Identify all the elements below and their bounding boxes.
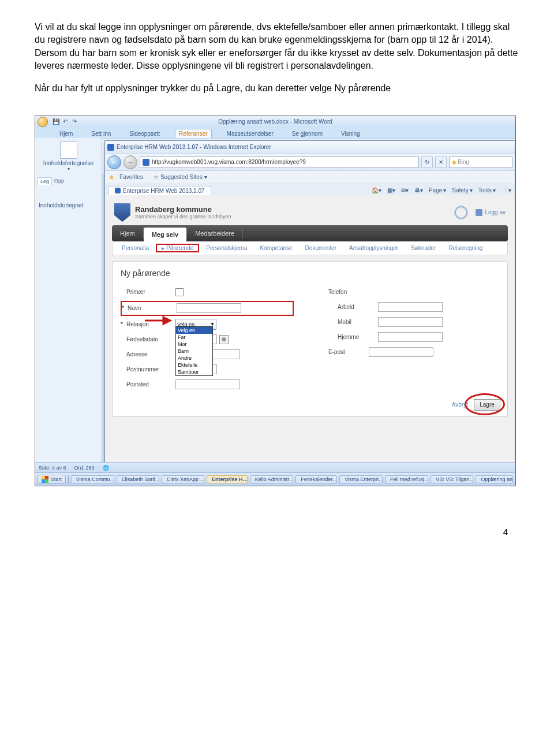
taskbar-item[interactable]: Visma Commu…	[71, 475, 114, 483]
brand-slogan: Sammen skaper vi den grønne landsbyen	[135, 214, 231, 219]
label-fodselsdato: Fødselsdato	[126, 336, 175, 342]
panel-tab-opp[interactable]: Opp	[52, 177, 66, 185]
windows-flag-icon	[42, 476, 48, 483]
status-page: Side: 4 av 6	[39, 465, 66, 471]
taskbar-item[interactable]: VS: VS: Tilgan…	[431, 475, 473, 483]
form-title: Ny pårørende	[121, 269, 499, 278]
undo-icon[interactable]: ↶	[62, 118, 69, 125]
option-far[interactable]: Far	[176, 334, 212, 341]
subnav-reiseregning[interactable]: Reiseregning	[443, 244, 489, 252]
doc-paragraph: Når du har fylt ut opplysninger trykker …	[35, 82, 519, 95]
word-doc-title: Opplæring ansatt web.docx - Microsoft Wo…	[218, 118, 332, 125]
tab-hjem[interactable]: Hjem	[56, 129, 76, 138]
ie-window: Enterprise HRM Web 2013.1.07 - Windows I…	[104, 140, 515, 465]
forward-button[interactable]: →	[123, 155, 137, 169]
subnav-personalia[interactable]: Personalia	[116, 244, 155, 252]
safety-menu[interactable]: Safety ▾	[452, 187, 472, 193]
label-epost: E-post	[328, 349, 369, 355]
print-icon[interactable]: 🖶▾	[414, 187, 423, 193]
ie-command-bar: 🏠▾ ▦▾ ✉▾ 🖶▾ Page ▾ Safety ▾ Tools ▾ ❔▾	[372, 187, 511, 193]
option-mor[interactable]: Mor	[176, 341, 212, 348]
input-epost[interactable]	[369, 347, 433, 357]
office-orb-icon[interactable]	[38, 117, 48, 127]
tab-settinn[interactable]: Sett inn	[88, 129, 114, 138]
stop-icon[interactable]: ✕	[435, 157, 447, 168]
logoff-link[interactable]: Logg av	[476, 209, 506, 216]
toc-ribbon-button[interactable]: Innholdsfortegnelse ▾	[35, 138, 102, 175]
subnav-parorende[interactable]: ▸ Pårørende	[156, 244, 199, 252]
taskbar-item[interactable]: Feil med refusj…	[385, 475, 428, 483]
favorites-label[interactable]: Favorites	[119, 174, 143, 180]
suggested-sites-link[interactable]: ☆ Suggested Sites ▾	[154, 174, 207, 180]
ie-tab-label: Enterprise HRM Web 2013.1.07	[123, 188, 205, 194]
hrm-page: Randaberg kommune Sammen skaper vi den g…	[105, 195, 515, 464]
label-primaer: Primær	[126, 289, 175, 295]
mail-icon[interactable]: ✉▾	[401, 187, 409, 193]
taskbar-item[interactable]: Opplæring an	[476, 475, 513, 483]
refresh-icon[interactable]: ↻	[421, 157, 433, 168]
subnav-personalskjema[interactable]: Personalskjema	[200, 244, 253, 252]
tab-masseutsendelser[interactable]: Masseutsendelser	[223, 129, 277, 138]
windows-taskbar: Start Visma Commu… Elisabeth Sortl… Citr…	[35, 472, 515, 486]
word-ribbon-tabs: Hjem Sett inn Sideoppsett Referanser Mas…	[35, 128, 515, 138]
calendar-icon[interactable]: ▦	[219, 335, 229, 344]
favorites-star-icon[interactable]: ★	[108, 173, 115, 181]
taskbar-item-active[interactable]: Enterprise H…	[207, 475, 248, 483]
logoff-icon	[476, 209, 482, 216]
annotation-arrow-icon	[144, 315, 173, 326]
brand-title: Randaberg kommune	[135, 205, 231, 214]
start-label: Start	[51, 476, 62, 482]
tab-visning[interactable]: Visning	[338, 129, 364, 138]
input-poststed[interactable]	[175, 379, 240, 389]
option-andre[interactable]: Andre	[176, 355, 212, 362]
toc-ribbon-label: Innholdsfortegnelse	[35, 160, 102, 166]
tools-menu[interactable]: Tools ▾	[478, 187, 496, 193]
taskbar-item[interactable]: Kelio Administr…	[250, 475, 293, 483]
tab-favicon-icon	[115, 188, 121, 193]
subnav-soknader[interactable]: Søknader	[405, 244, 441, 252]
tab-segjennom[interactable]: Se gjennom	[289, 129, 326, 138]
tab-referanser[interactable]: Referanser	[175, 129, 211, 138]
word-left-panel: Innholdsfortegnelse ▾ Leg Opp Innholdsfo…	[35, 138, 102, 474]
subnav-dokumenter[interactable]: Dokumenter	[300, 244, 342, 252]
option-samboer[interactable]: Samboer	[176, 368, 212, 375]
taskbar-item[interactable]: Visma Enterpri…	[339, 475, 383, 483]
label-mobil: Mobil	[328, 319, 378, 325]
input-navn[interactable]	[177, 303, 241, 313]
taskbar-item[interactable]: Feriekalender…	[295, 475, 337, 483]
label-navn: Navn	[128, 305, 177, 311]
subnav-kompetanse[interactable]: Kompetanse	[254, 244, 298, 252]
start-button[interactable]: Start	[38, 475, 66, 484]
input-mobil[interactable]	[378, 317, 443, 327]
tab-sideoppsett[interactable]: Sideoppsett	[126, 129, 163, 138]
checkbox-primaer[interactable]	[175, 288, 184, 296]
embedded-screenshot: Opplæring ansatt web.docx - Microsoft Wo…	[35, 116, 516, 486]
redo-icon[interactable]: ↷	[71, 118, 78, 125]
doc-paragraph: Vi vil at du skal legge inn opplysninger…	[35, 21, 519, 73]
subnav-ansattopplysninger[interactable]: Ansattopplysninger	[343, 244, 404, 252]
settings-gear-icon[interactable]	[455, 206, 467, 219]
search-input[interactable]: ◆ Bing	[449, 157, 512, 168]
address-bar[interactable]: http://vugkomweb001.vug.visma.com:8200/h…	[140, 157, 419, 168]
option-ektefelle[interactable]: Ektefelle	[176, 362, 212, 368]
option-velg-en[interactable]: Velg en	[176, 327, 212, 334]
option-barn[interactable]: Barn	[176, 348, 212, 355]
page-menu[interactable]: Page ▾	[429, 187, 446, 193]
taskbar-item[interactable]: Citrix XenApp …	[162, 475, 204, 483]
nav-medarbeidere[interactable]: Medarbeidere	[187, 225, 242, 241]
nav-hjem[interactable]: Hjem	[112, 225, 143, 241]
back-button[interactable]: ←	[107, 155, 121, 169]
input-arbeid[interactable]	[378, 302, 443, 312]
home-icon[interactable]: 🏠▾	[372, 187, 381, 193]
ie-page-tab[interactable]: Enterprise HRM Web 2013.1.07	[108, 186, 211, 195]
save-icon[interactable]: 💾	[53, 118, 59, 125]
input-hjemme[interactable]	[378, 332, 443, 342]
status-lang-icon[interactable]: 🌐	[103, 465, 109, 471]
taskbar-item[interactable]: Elisabeth Sortl…	[117, 475, 159, 483]
help-icon[interactable]: ❔▾	[501, 187, 511, 193]
nav-meg-selv[interactable]: Meg selv	[144, 228, 186, 241]
panel-tab-leg[interactable]: Leg	[38, 177, 52, 185]
feeds-icon[interactable]: ▦▾	[387, 187, 395, 193]
municipality-shield-icon	[114, 203, 130, 222]
word-status-bar: Side: 4 av 6 Ord: 269 🌐	[35, 462, 515, 473]
